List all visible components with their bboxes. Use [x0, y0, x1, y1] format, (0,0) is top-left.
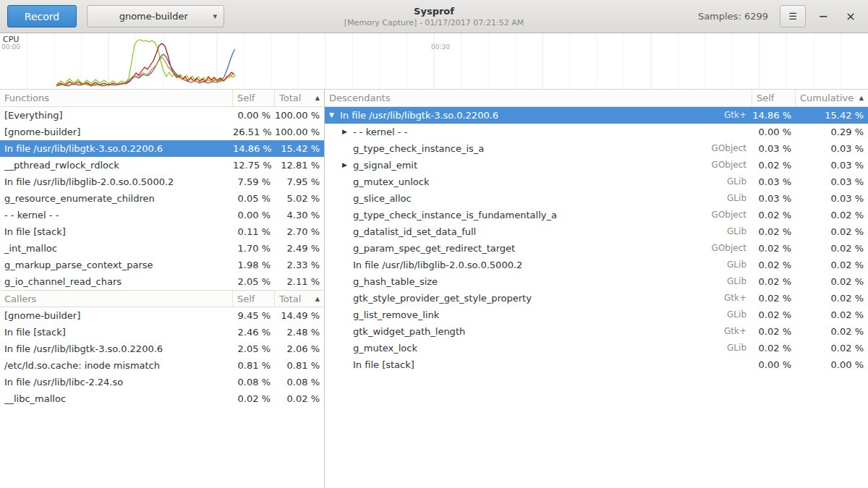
tree-row[interactable]: g_hash_table_size GLib 0.02 % 0.02 %: [325, 273, 868, 290]
self-percent: 0.00 %: [233, 207, 275, 223]
cumulative-percent: 0.03 %: [796, 174, 868, 190]
table-row[interactable]: [Everything] 0.00 % 100.00 %: [0, 107, 324, 124]
table-row[interactable]: In file /usr/lib/libc-2.24.so 0.08 % 0.0…: [0, 374, 324, 390]
tree-row[interactable]: ▼ In file /usr/lib/libgtk-3.so.0.2200.6 …: [325, 107, 868, 124]
close-button[interactable]: ×: [841, 6, 861, 27]
tree-row[interactable]: gtk_widget_path_length Gtk+ 0.02 % 0.02 …: [325, 323, 868, 340]
table-row[interactable]: In file [stack] 0.11 % 2.70 %: [0, 223, 324, 240]
tree-row[interactable]: g_mutex_unlock GLib 0.03 % 0.03 %: [325, 174, 868, 190]
minimize-button[interactable]: −: [813, 6, 833, 27]
self-percent: 2.46 %: [233, 324, 275, 341]
table-row[interactable]: /etc/ld.so.cache: inode mismatch 0.81 % …: [0, 357, 324, 374]
table-row[interactable]: In file /usr/lib/libgtk-3.so.0.2200.6 14…: [0, 140, 324, 157]
self-percent: 0.00 %: [233, 107, 275, 124]
self-percent: 0.11 %: [233, 223, 275, 240]
library-badge: Gtk+: [715, 290, 752, 307]
table-row[interactable]: _int_malloc 1.70 % 2.49 %: [0, 240, 324, 257]
table-row[interactable]: g_markup_parse_context_parse 1.98 % 2.33…: [0, 257, 324, 273]
function-name: In file [stack]: [0, 223, 233, 240]
sort-indicator-icon: ▲: [312, 95, 320, 101]
cpu-timeline-graph[interactable]: CPU 00:00 00:30: [0, 33, 868, 90]
header-bar: Record gnome-builder ▾ Sysprof [Memory C…: [0, 0, 868, 33]
process-selector-value: gnome-builder: [94, 11, 213, 22]
library-badge: GObject: [703, 207, 752, 223]
column-header-functions[interactable]: Functions: [0, 90, 233, 106]
table-row[interactable]: g_io_channel_read_chars 2.05 % 2.11 %: [0, 273, 324, 290]
total-percent: 2.48 %: [275, 324, 324, 341]
tree-row[interactable]: g_type_check_instance_is_a GObject 0.03 …: [325, 140, 868, 157]
self-percent: 0.02 %: [752, 257, 796, 273]
expander-icon[interactable]: ▶: [342, 124, 353, 140]
column-header-total[interactable]: Total ▲: [275, 90, 324, 106]
function-name: __pthread_rwlock_rdlock: [0, 157, 233, 174]
table-row[interactable]: g_resource_enumerate_children 0.05 % 5.0…: [0, 190, 324, 207]
function-name: - - kernel - -: [353, 124, 407, 140]
self-percent: 14.86 %: [233, 140, 275, 157]
function-name: gtk_style_provider_get_style_property: [353, 290, 532, 307]
tree-row[interactable]: gtk_style_provider_get_style_property Gt…: [325, 290, 868, 307]
function-name: g_type_check_instance_is_a: [353, 140, 484, 157]
descendants-table-header: Descendants Self Cumulative ▲: [325, 90, 868, 107]
process-selector-dropdown[interactable]: gnome-builder ▾: [87, 5, 224, 27]
cumulative-percent: 0.02 %: [796, 307, 868, 323]
column-header-cumulative[interactable]: Cumulative ▲: [796, 90, 868, 106]
self-percent: 0.08 %: [233, 374, 275, 390]
cumulative-percent: 15.42 %: [796, 107, 868, 124]
hamburger-icon: ☰: [788, 11, 797, 22]
tree-row[interactable]: ▶ g_signal_emit GObject 0.02 % 0.03 %: [325, 157, 868, 174]
self-percent: 0.02 %: [752, 207, 796, 223]
tree-name-cell: g_param_spec_get_redirect_target GObject: [325, 240, 752, 257]
app-title: Sysprof: [344, 6, 524, 17]
table-row[interactable]: In file /usr/lib/libglib-2.0.so.0.5000.2…: [0, 174, 324, 190]
total-percent: 100.00 %: [275, 107, 324, 124]
column-header-self[interactable]: Self: [752, 90, 796, 106]
tree-name-cell: g_slice_alloc GLib: [325, 190, 752, 207]
column-header-self[interactable]: Self: [233, 291, 275, 307]
column-header-self[interactable]: Self: [233, 90, 275, 106]
header-right-group: Samples: 6299 ☰ − ×: [698, 5, 861, 27]
table-row[interactable]: - - kernel - - 0.00 % 4.30 %: [0, 207, 324, 223]
self-percent: 0.02 %: [752, 323, 796, 340]
table-row[interactable]: In file [stack] 2.46 % 2.48 %: [0, 324, 324, 341]
tree-row[interactable]: In file /usr/lib/libglib-2.0.so.0.5000.2…: [325, 257, 868, 273]
cumulative-percent: 0.02 %: [796, 273, 868, 290]
expander-icon[interactable]: ▶: [342, 157, 353, 174]
table-row[interactable]: [gnome-builder] 9.45 % 14.49 %: [0, 307, 324, 324]
main-content: Functions Self Total ▲ [Everything] 0.00…: [0, 90, 868, 488]
self-percent: 0.00 %: [752, 356, 796, 373]
tree-name-cell: gtk_style_provider_get_style_property Gt…: [325, 290, 752, 307]
tree-row[interactable]: g_param_spec_get_redirect_target GObject…: [325, 240, 868, 257]
tree-row[interactable]: g_mutex_lock GLib 0.02 % 0.02 %: [325, 340, 868, 356]
tree-row[interactable]: g_datalist_id_set_data_full GLib 0.02 % …: [325, 223, 868, 240]
window-title-block: Sysprof [Memory Capture] - 01/17/2017 07…: [344, 6, 524, 27]
menu-button[interactable]: ☰: [780, 5, 806, 27]
cpu-graph-canvas: [0, 33, 868, 89]
tree-name-cell: g_list_remove_link GLib: [325, 307, 752, 323]
tree-row[interactable]: ▶ - - kernel - - 0.00 % 0.29 %: [325, 124, 868, 140]
tree-row[interactable]: g_list_remove_link GLib 0.02 % 0.02 %: [325, 307, 868, 323]
tree-name-cell: g_datalist_id_set_data_full GLib: [325, 223, 752, 240]
total-percent: 15.42 %: [275, 140, 324, 157]
function-name: [gnome-builder]: [0, 307, 233, 324]
table-row[interactable]: [gnome-builder] 26.51 % 100.00 %: [0, 124, 324, 140]
tree-row[interactable]: In file [stack] 0.00 % 0.00 %: [325, 356, 868, 373]
tree-row[interactable]: g_slice_alloc GLib 0.03 % 0.03 %: [325, 190, 868, 207]
function-name: g_param_spec_get_redirect_target: [353, 240, 515, 257]
library-badge: GLib: [718, 273, 752, 290]
tree-row[interactable]: g_type_check_instance_is_fundamentally_a…: [325, 207, 868, 223]
expander-icon[interactable]: ▼: [329, 107, 340, 124]
column-header-callers[interactable]: Callers: [0, 291, 233, 307]
function-name: /etc/ld.so.cache: inode mismatch: [0, 357, 233, 374]
table-row[interactable]: __libc_malloc 0.02 % 0.02 %: [0, 390, 324, 407]
cumulative-percent: 0.02 %: [796, 290, 868, 307]
column-header-total[interactable]: Total ▲: [275, 291, 324, 307]
table-row[interactable]: __pthread_rwlock_rdlock 12.75 % 12.81 %: [0, 157, 324, 174]
function-name: g_io_channel_read_chars: [0, 273, 233, 290]
column-label: Self: [757, 93, 774, 103]
cumulative-percent: 0.29 %: [796, 124, 868, 140]
record-button[interactable]: Record: [7, 5, 77, 27]
cumulative-percent: 0.00 %: [796, 356, 868, 373]
self-percent: 2.05 %: [233, 273, 275, 290]
column-header-descendants[interactable]: Descendants: [325, 90, 752, 106]
table-row[interactable]: In file /usr/lib/libgtk-3.so.0.2200.6 2.…: [0, 341, 324, 357]
